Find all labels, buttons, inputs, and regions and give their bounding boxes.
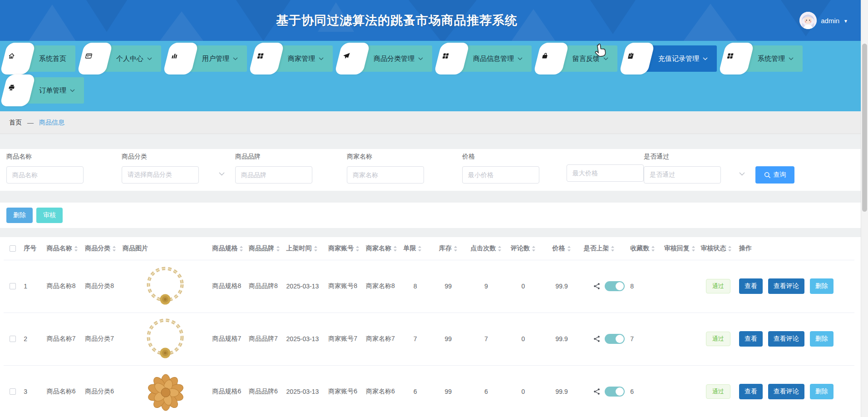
view-button[interactable]: 查看 xyxy=(739,278,763,294)
breadcrumb-home[interactable]: 首页 xyxy=(9,119,22,127)
row-checkbox[interactable] xyxy=(10,283,16,289)
view-comments-button[interactable]: 查看评论 xyxy=(768,384,804,399)
on-shelf-toggle[interactable] xyxy=(605,334,625,344)
sort-carets-icon[interactable] xyxy=(74,246,78,252)
sort-carets-icon[interactable] xyxy=(418,246,422,252)
nav-item-merchant-management[interactable]: 商家管理 xyxy=(258,45,333,72)
view-button[interactable]: 查看 xyxy=(739,331,763,347)
nav-icon-plate xyxy=(248,43,284,74)
select-chevron-down-icon[interactable] xyxy=(219,172,225,176)
nav-item-personal-center[interactable]: 个人中心 xyxy=(86,45,161,72)
review-button[interactable]: 审核 xyxy=(36,208,63,223)
nav-item-system-management[interactable]: 系统管理 xyxy=(728,45,803,72)
sort-carets-icon[interactable] xyxy=(276,246,280,252)
chevron-down-icon xyxy=(147,57,152,60)
chevron-down-icon xyxy=(518,57,523,60)
sort-carets-icon[interactable] xyxy=(393,246,397,252)
column-header: 商家名称 xyxy=(366,244,391,253)
product-table: 序号 商品名称 商品分类 商品图片 商品规格 商品品牌 上架时间 商家账号 商家… xyxy=(4,237,854,417)
filter-price-max xyxy=(567,153,644,182)
cell-price: 99.9 xyxy=(542,260,582,313)
cell-account: 商家账号7 xyxy=(326,313,364,365)
id-card-icon xyxy=(84,52,94,60)
column-header: 商品图片 xyxy=(123,244,148,253)
product-category-select[interactable]: 请选择商品分类 xyxy=(122,166,199,184)
avatar[interactable] xyxy=(799,12,817,29)
cell-review-reply xyxy=(662,365,699,417)
approved-select[interactable]: 是否通过 xyxy=(644,166,721,184)
cell-brand: 商品品牌7 xyxy=(247,313,285,365)
nav-item-category-management[interactable]: 商品分类管理 xyxy=(344,45,432,72)
sort-carets-icon[interactable] xyxy=(728,246,732,252)
sort-carets-icon[interactable] xyxy=(567,246,571,252)
sort-carets-icon[interactable] xyxy=(112,246,116,252)
sort-carets-icon[interactable] xyxy=(454,246,458,252)
sort-carets-icon[interactable] xyxy=(314,246,318,252)
product-image-gold-bracelet[interactable] xyxy=(143,266,187,307)
sort-carets-icon[interactable] xyxy=(651,246,655,252)
nav-label: 系统管理 xyxy=(758,55,785,63)
sort-carets-icon[interactable] xyxy=(611,246,615,252)
cell-comments: 0 xyxy=(505,313,542,365)
view-comments-button[interactable]: 查看评论 xyxy=(768,331,804,347)
product-name-input[interactable] xyxy=(6,166,84,184)
share-icon[interactable] xyxy=(593,388,600,395)
cell-product-name: 商品名称8 xyxy=(45,260,84,313)
product-image-gold-bracelet[interactable] xyxy=(143,317,187,361)
nav-label: 充值记录管理 xyxy=(658,55,699,63)
select-all-checkbox[interactable] xyxy=(10,245,16,252)
briefcase-icon xyxy=(541,52,550,60)
sort-carets-icon[interactable] xyxy=(498,246,502,252)
mouse-hand-cursor xyxy=(594,44,607,58)
row-checkbox[interactable] xyxy=(10,336,16,342)
nav-item-system-home[interactable]: 系统首页 xyxy=(9,45,75,72)
sort-carets-icon[interactable] xyxy=(239,246,243,252)
breadcrumb-current[interactable]: 商品信息 xyxy=(39,119,64,127)
on-shelf-toggle[interactable] xyxy=(605,387,625,397)
scrollbar-thumb[interactable] xyxy=(862,44,867,212)
view-comments-button[interactable]: 查看评论 xyxy=(768,278,804,294)
nav-item-user-management[interactable]: 用户管理 xyxy=(172,45,247,72)
row-checkbox[interactable] xyxy=(10,388,16,395)
row-delete-button[interactable]: 删除 xyxy=(810,384,833,399)
on-shelf-toggle[interactable] xyxy=(605,281,625,291)
column-header: 评论数 xyxy=(511,244,530,253)
merchant-name-input[interactable] xyxy=(347,166,424,184)
filter-label: 是否通过 xyxy=(644,153,721,161)
column-header: 单限 xyxy=(403,244,416,253)
product-brand-input[interactable] xyxy=(235,166,312,184)
row-delete-button[interactable]: 删除 xyxy=(810,278,833,294)
chevron-down-icon xyxy=(70,89,75,92)
share-icon[interactable] xyxy=(593,283,600,290)
column-header: 价格 xyxy=(552,244,565,253)
nav-item-product-info-management[interactable]: 商品信息管理 xyxy=(443,45,532,72)
nav-icon-plate xyxy=(0,74,36,106)
delete-button[interactable]: 删除 xyxy=(6,208,33,223)
column-header: 库存 xyxy=(439,244,452,253)
sort-carets-icon[interactable] xyxy=(532,246,536,252)
search-button[interactable]: 查询 xyxy=(755,166,794,184)
filter-merchant-name: 商家名称 xyxy=(347,153,424,184)
sort-carets-icon[interactable] xyxy=(691,246,695,252)
nav-item-recharge-records[interactable]: 充值记录管理 xyxy=(628,45,717,72)
filter-label: 商品名称 xyxy=(6,153,84,161)
cell-comments: 0 xyxy=(505,365,542,417)
sort-carets-icon[interactable] xyxy=(355,246,360,252)
chevron-down-icon xyxy=(418,57,423,60)
price-min-input[interactable] xyxy=(462,166,539,184)
select-chevron-down-icon[interactable] xyxy=(739,172,745,176)
nav-item-order-management[interactable]: 订单管理 xyxy=(9,77,84,104)
view-button[interactable]: 查看 xyxy=(739,384,763,399)
user-dropdown-caret-icon[interactable]: ▼ xyxy=(843,19,848,24)
filter-price-min: 价格 xyxy=(462,153,539,184)
search-icon xyxy=(764,172,771,179)
filter-label: 商品品牌 xyxy=(235,153,312,161)
price-max-input[interactable] xyxy=(567,164,644,182)
share-icon[interactable] xyxy=(593,335,600,343)
vertical-scrollbar[interactable] xyxy=(861,0,868,417)
cell-index: 1 xyxy=(22,260,44,313)
product-image-dried-flower[interactable] xyxy=(143,368,189,415)
user-menu[interactable]: admin ▼ xyxy=(799,0,848,41)
column-header: 商家账号 xyxy=(328,244,354,253)
row-delete-button[interactable]: 删除 xyxy=(810,331,833,347)
